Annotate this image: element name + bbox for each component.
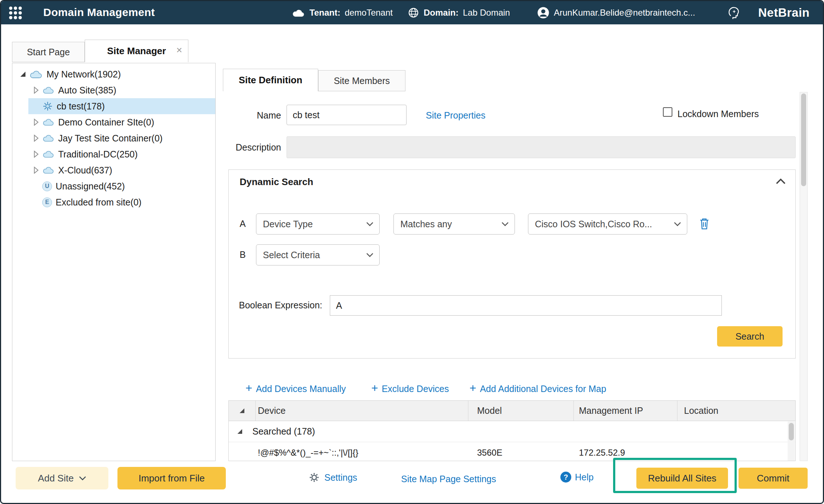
tree-item-label: Excluded from site(0)	[56, 197, 141, 208]
search-button[interactable]: Search	[717, 326, 783, 347]
site-properties-link[interactable]: Site Properties	[426, 110, 485, 121]
column-header-location[interactable]: Location	[677, 401, 795, 421]
domain-label: Domain:	[424, 8, 459, 18]
button-label: Add Site	[38, 473, 73, 484]
tab-start-page[interactable]: Start Page	[12, 42, 85, 62]
ai-assistant-icon[interactable]	[726, 5, 741, 22]
expand-all-icon[interactable]	[240, 408, 244, 413]
plus-icon: +	[469, 382, 476, 394]
cloud-icon	[29, 70, 43, 79]
chevron-down-icon	[674, 222, 681, 226]
add-additional-devices-link[interactable]: + Add Additional Devices for Map	[469, 381, 606, 396]
expand-arrow-icon[interactable]	[33, 135, 39, 142]
domain-value: Lab Domain	[463, 8, 510, 18]
chevron-down-icon	[79, 476, 86, 480]
expand-arrow-icon[interactable]	[33, 151, 39, 158]
column-header-device[interactable]: Device	[256, 401, 468, 421]
trash-icon	[699, 217, 710, 230]
tree-item-excluded[interactable]: E Excluded from site(0)	[12, 194, 215, 210]
exclude-devices-link[interactable]: + Exclude Devices	[371, 381, 449, 396]
scrollbar-thumb[interactable]	[801, 93, 806, 186]
tree-item-jay-test[interactable]: Jay Test Site Container(0)	[12, 130, 215, 146]
device-type-dropdown[interactable]: Device Type	[256, 213, 380, 235]
table-scrollbar[interactable]	[788, 421, 795, 461]
link-label: Add Additional Devices for Map	[480, 384, 606, 394]
description-input[interactable]	[287, 136, 796, 158]
plus-icon: +	[371, 382, 378, 394]
description-label: Description	[226, 142, 281, 153]
device-table: Device Model Management IP Location Sear…	[228, 400, 796, 461]
chevron-down-icon	[366, 253, 373, 257]
add-site-button[interactable]: Add Site	[16, 467, 108, 489]
import-from-file-button[interactable]: Import from File	[117, 467, 226, 489]
app-root: Domain Management Tenant: demoTenant Dom…	[0, 0, 824, 504]
column-header-management-ip[interactable]: Management IP	[574, 401, 677, 421]
help-link[interactable]: ? Help	[560, 472, 593, 483]
tree-item-cb-test-selected[interactable]: cb test(178)	[12, 98, 215, 114]
commit-button[interactable]: Commit	[739, 468, 808, 489]
site-map-page-settings-link[interactable]: Site Map Page Settings	[401, 474, 496, 484]
lockdown-checkbox[interactable]	[663, 107, 672, 117]
tree-item-auto-site[interactable]: Auto Site(385)	[12, 82, 215, 98]
rebuild-all-sites-button[interactable]: Rebuild All Sites	[636, 468, 728, 489]
table-row[interactable]: !@#$%^&*()_-=+~`::,'|\/[]{} 3560E 172.25…	[229, 442, 795, 461]
settings-link[interactable]: Settings	[308, 472, 357, 483]
scrollbar-thumb[interactable]	[789, 423, 794, 440]
tab-label: Site Definition	[239, 75, 303, 86]
tree-item-demo-container[interactable]: Demo Container SIte(0)	[12, 114, 215, 130]
expand-arrow-icon[interactable]	[33, 119, 39, 126]
link-label: Add Devices Manually	[256, 384, 346, 394]
table-header-row: Device Model Management IP Location	[229, 401, 795, 421]
tree-item-label: Traditional-DC(250)	[58, 149, 138, 160]
chevron-down-icon	[501, 222, 509, 226]
tab-site-manager[interactable]: Site Manager ×	[85, 40, 188, 62]
tenant-value: demoTenant	[345, 8, 393, 18]
cloud-icon	[291, 8, 305, 17]
cloud-icon	[42, 166, 55, 174]
collapse-expander-icon[interactable]	[20, 72, 25, 77]
tree-item-label: X-Cloud(637)	[58, 165, 112, 176]
globe-icon	[408, 7, 419, 19]
boolean-expression-label: Boolean Expression:	[239, 300, 322, 311]
add-devices-manually-link[interactable]: + Add Devices Manually	[245, 381, 346, 396]
dropdown-value: Device Type	[263, 219, 313, 229]
tree-item-label: My Network(1902)	[47, 69, 121, 80]
operator-dropdown[interactable]: Matches any	[393, 213, 515, 235]
chevron-down-icon	[366, 222, 373, 226]
cell-device: !@#$%^&*()_-=+~`::,'|\/[]{}	[256, 448, 468, 458]
tab-site-members[interactable]: Site Members	[318, 70, 405, 91]
excluded-icon: E	[42, 197, 52, 207]
delete-condition-button[interactable]	[697, 216, 712, 232]
tree-item-x-cloud[interactable]: X-Cloud(637)	[12, 162, 215, 178]
collapse-chevron-icon[interactable]	[776, 179, 786, 184]
plus-icon: +	[245, 382, 252, 394]
tree-item-unassigned[interactable]: U Unassigned(452)	[12, 178, 215, 194]
name-input[interactable]	[287, 105, 407, 125]
tree-item-traditional-dc[interactable]: Traditional-DC(250)	[12, 146, 215, 162]
select-criteria-dropdown[interactable]: Select Criteria	[256, 244, 380, 265]
user-group[interactable]: ArunKumar.Belide@netbraintech.c...	[537, 1, 695, 24]
close-icon[interactable]: ×	[176, 45, 182, 55]
link-label: Exclude Devices	[382, 384, 449, 394]
device-value-dropdown[interactable]: Cisco IOS Switch,Cisco Ro...	[528, 213, 687, 235]
cloud-icon	[42, 134, 55, 142]
tab-site-definition[interactable]: Site Definition	[223, 69, 318, 91]
group-row-searched[interactable]: Searched (178)	[229, 421, 795, 442]
condition-b-label: B	[240, 249, 246, 260]
boolean-expression-input[interactable]	[330, 295, 722, 316]
site-tree-panel: My Network(1902) Auto Site(385)	[12, 63, 216, 461]
tree-item-my-network[interactable]: My Network(1902)	[12, 66, 215, 82]
collapse-group-icon[interactable]	[237, 429, 242, 434]
column-header-model[interactable]: Model	[468, 401, 574, 421]
domain-group: Domain: Lab Domain	[408, 1, 510, 24]
top-bar: Domain Management Tenant: demoTenant Dom…	[1, 1, 823, 24]
unassigned-icon: U	[42, 181, 52, 191]
page-title: Domain Management	[43, 6, 155, 19]
main-scrollbar[interactable]	[800, 92, 808, 461]
site-icon	[42, 101, 53, 112]
expand-arrow-icon[interactable]	[33, 167, 39, 174]
expand-arrow-icon[interactable]	[33, 87, 39, 94]
app-launcher-icon[interactable]	[9, 7, 22, 19]
condition-a-label: A	[240, 219, 246, 229]
dropdown-value: Select Criteria	[263, 250, 320, 260]
